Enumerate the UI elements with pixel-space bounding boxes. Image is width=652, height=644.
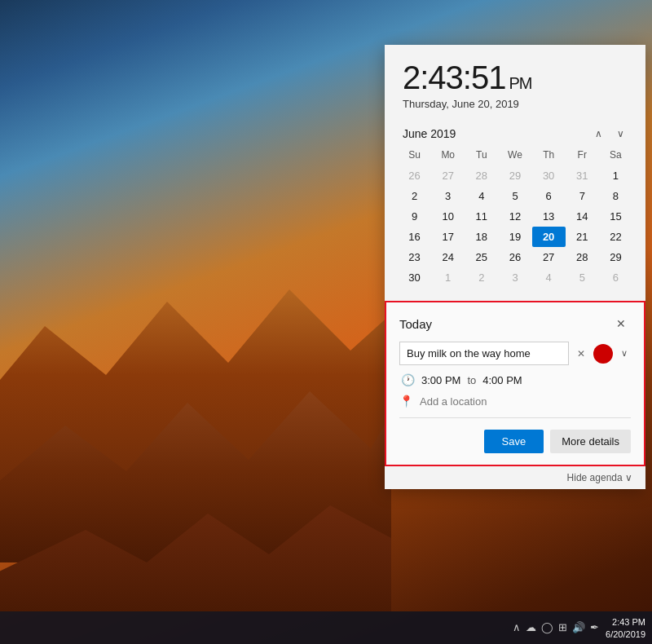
cal-row-2: 9 10 11 12 13 14 15: [398, 206, 632, 227]
cal-row-4: 23 24 25 26 27 28 29: [398, 247, 632, 267]
event-location-input[interactable]: [420, 395, 631, 408]
cal-cell-23[interactable]: 23: [398, 247, 431, 267]
event-time-to-label: to: [467, 374, 476, 386]
clock-hours-minutes: 2:43:51: [403, 60, 505, 95]
systray-display-icon[interactable]: ⊞: [558, 621, 567, 633]
taskbar-systray: ∧ ☁ ◯ ⊞ 🔊 ✒: [513, 621, 599, 633]
event-clear-button[interactable]: ✕: [574, 346, 588, 361]
cal-cell-29[interactable]: 29: [599, 247, 632, 267]
cal-cell-7[interactable]: 7: [566, 186, 599, 206]
cal-cell-22[interactable]: 22: [599, 227, 632, 247]
cal-cell-28[interactable]: 28: [566, 247, 599, 267]
event-time-row: 🕐 3:00 PM to 4:00 PM: [399, 373, 631, 386]
cal-cell-13[interactable]: 13: [532, 206, 566, 227]
cal-cell-1[interactable]: 1: [599, 165, 632, 186]
calendar-grid: Su Mo Tu We Th Fr Sa 26 27 28 29 30 31 1…: [385, 146, 645, 296]
cal-cell-2[interactable]: 2: [398, 186, 431, 206]
hide-agenda-label: Hide agenda: [567, 472, 623, 483]
more-details-button[interactable]: More details: [550, 430, 631, 453]
cal-cell-3-jul[interactable]: 3: [498, 267, 531, 288]
save-button[interactable]: Save: [484, 430, 544, 453]
systray-volume-icon[interactable]: 🔊: [572, 621, 585, 633]
event-time-to[interactable]: 4:00 PM: [482, 374, 522, 386]
cal-cell-24[interactable]: 24: [431, 247, 465, 267]
cal-cell-17[interactable]: 17: [431, 227, 465, 247]
cal-cell-20-today[interactable]: 20: [532, 227, 566, 247]
cal-cell-3[interactable]: 3: [431, 186, 465, 206]
cal-cell-28-may[interactable]: 28: [465, 165, 498, 186]
cal-cell-10[interactable]: 10: [431, 206, 465, 227]
calendar-prev-arrow[interactable]: ∧: [592, 126, 606, 141]
cal-cell-6[interactable]: 6: [532, 186, 566, 206]
clock-date: Thursday, June 20, 2019: [403, 98, 628, 110]
event-color-picker[interactable]: [593, 344, 613, 364]
calendar-panel: 2:43:51PM Thursday, June 20, 2019 June 2…: [385, 45, 645, 489]
cal-row-1: 2 3 4 5 6 7 8: [398, 186, 632, 206]
cal-cell-14[interactable]: 14: [566, 206, 599, 227]
clock-ampm: PM: [509, 74, 531, 92]
clock-section: 2:43:51PM Thursday, June 20, 2019: [385, 45, 645, 118]
calendar-nav: June 2019 ∧ ∨: [385, 118, 645, 146]
systray-circle-icon[interactable]: ◯: [541, 621, 553, 633]
event-panel-header: Today ✕: [399, 314, 631, 333]
cal-header-tu: Tu: [465, 146, 498, 164]
cal-cell-31-may[interactable]: 31: [566, 165, 599, 186]
systray-chevron-icon[interactable]: ∧: [513, 621, 521, 633]
cal-header-we: We: [498, 146, 531, 164]
cal-cell-12[interactable]: 12: [498, 206, 531, 227]
event-buttons-row: Save More details: [399, 430, 631, 453]
event-panel: Today ✕ ✕ ∨ 🕐 3:00 PM to 4:00 PM 📍 Save …: [385, 301, 645, 466]
calendar-arrows: ∧ ∨: [592, 126, 628, 141]
cal-cell-29-may[interactable]: 29: [498, 165, 531, 186]
cal-cell-27[interactable]: 27: [532, 247, 566, 267]
hide-agenda-chevron: ∨: [625, 472, 632, 483]
cal-cell-25[interactable]: 25: [465, 247, 498, 267]
clock-icon: 🕐: [401, 373, 415, 386]
hide-agenda-link[interactable]: Hide agenda ∨: [567, 472, 632, 483]
cal-row-0: 26 27 28 29 30 31 1: [398, 165, 632, 186]
cal-cell-16[interactable]: 16: [398, 227, 431, 247]
cal-header-sa: Sa: [599, 146, 632, 164]
event-dropdown-button[interactable]: ∨: [618, 346, 631, 360]
cal-cell-21[interactable]: 21: [566, 227, 599, 247]
cal-header-su: Su: [398, 146, 431, 164]
hide-agenda-section: Hide agenda ∨: [385, 466, 645, 489]
taskbar: ∧ ☁ ◯ ⊞ 🔊 ✒ 2:43 PM 6/20/2019: [0, 611, 652, 644]
event-panel-title: Today: [399, 317, 432, 331]
cal-cell-8[interactable]: 8: [599, 186, 632, 206]
taskbar-date: 6/20/2019: [606, 629, 645, 639]
location-icon: 📍: [399, 395, 413, 408]
cal-cell-26[interactable]: 26: [498, 247, 531, 267]
cal-cell-30-may[interactable]: 30: [532, 165, 566, 186]
cal-cell-4-jul[interactable]: 4: [532, 267, 566, 288]
event-time-from[interactable]: 3:00 PM: [421, 374, 460, 386]
taskbar-clock[interactable]: 2:43 PM 6/20/2019: [606, 616, 645, 638]
cal-cell-15[interactable]: 15: [599, 206, 632, 227]
cal-cell-2-jul[interactable]: 2: [465, 267, 498, 288]
cal-header-th: Th: [532, 146, 566, 164]
cal-cell-11[interactable]: 11: [465, 206, 498, 227]
event-title-input[interactable]: [399, 342, 569, 365]
cal-cell-9[interactable]: 9: [398, 206, 431, 227]
clock-time: 2:43:51PM: [403, 60, 628, 96]
event-panel-close-button[interactable]: ✕: [611, 314, 631, 333]
cal-cell-6-jul[interactable]: 6: [599, 267, 632, 288]
cal-cell-4[interactable]: 4: [465, 186, 498, 206]
cal-row-3: 16 17 18 19 20 21 22: [398, 227, 632, 247]
systray-pen-icon[interactable]: ✒: [590, 621, 599, 633]
cal-cell-27-may[interactable]: 27: [431, 165, 465, 186]
cal-cell-18[interactable]: 18: [465, 227, 498, 247]
cal-header-mo: Mo: [431, 146, 465, 164]
cal-cell-5-jul[interactable]: 5: [566, 267, 599, 288]
cal-cell-1-jul[interactable]: 1: [431, 267, 465, 288]
cal-cell-30[interactable]: 30: [398, 267, 431, 288]
canyon-bg: [0, 0, 391, 644]
systray-cloud-icon[interactable]: ☁: [526, 621, 536, 633]
taskbar-time: 2:43 PM: [606, 616, 645, 629]
event-title-row: ✕ ∨: [399, 342, 631, 365]
cal-cell-26-may[interactable]: 26: [398, 165, 431, 186]
cal-cell-19[interactable]: 19: [498, 227, 531, 247]
cal-row-5: 30 1 2 3 4 5 6: [398, 267, 632, 288]
cal-cell-5[interactable]: 5: [498, 186, 531, 206]
calendar-next-arrow[interactable]: ∨: [614, 126, 628, 141]
